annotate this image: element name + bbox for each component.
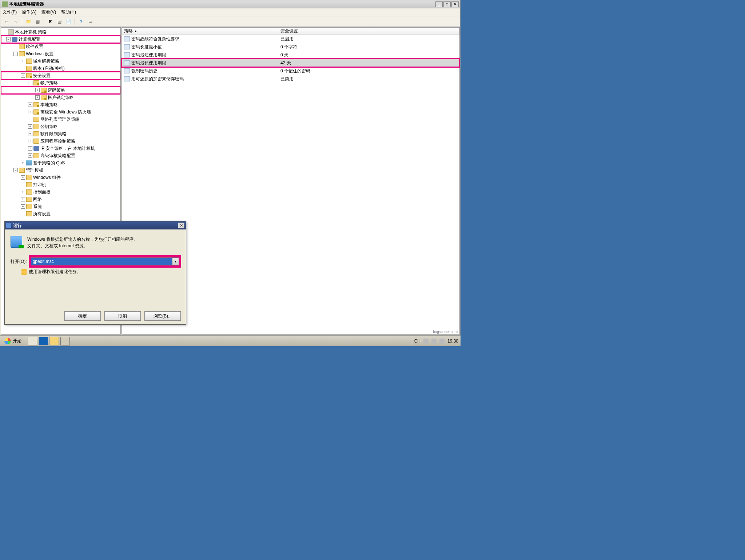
maximize-button[interactable]: □	[443, 1, 451, 7]
list-row[interactable]: 强制密码历史0 个记住的密码	[122, 67, 459, 75]
tree-ctrlpanel[interactable]: +控制面板	[1, 188, 120, 196]
expand-icon[interactable]: +	[28, 153, 32, 158]
sort-asc-icon: ▲	[134, 29, 137, 33]
forward-button[interactable]: ⇨	[12, 17, 20, 25]
tree-ipsec[interactable]: +IP 安全策略，在 本地计算机	[1, 145, 120, 152]
menu-help[interactable]: 帮助(H)	[61, 9, 76, 15]
tree-swrestrict[interactable]: +软件限制策略	[1, 130, 120, 137]
expand-icon[interactable]: +	[28, 103, 32, 107]
expand-icon[interactable]: +	[21, 190, 25, 194]
col-policy[interactable]: 策略▲	[122, 28, 278, 35]
tree-appctrl[interactable]: +应用程序控制策略	[1, 137, 120, 145]
expand-icon[interactable]: +	[21, 161, 25, 165]
lang-indicator[interactable]: CH	[414, 339, 421, 344]
tree-security-settings[interactable]: −安全设置	[1, 72, 120, 79]
properties-button[interactable]: ▤	[55, 17, 63, 25]
dropdown-button[interactable]: ▾	[172, 257, 179, 265]
filter-button[interactable]: ▭	[86, 17, 94, 25]
tray-keyboard-icon[interactable]	[423, 339, 429, 344]
expand-icon[interactable]: +	[28, 146, 32, 151]
run-close-button[interactable]: ✕	[178, 223, 184, 228]
expand-icon[interactable]: +	[28, 110, 32, 114]
list-row[interactable]: 密码最短使用期限0 天	[122, 51, 459, 59]
tree-software[interactable]: 软件设置	[1, 43, 120, 50]
policy-icon	[124, 68, 130, 73]
expand-icon[interactable]: +	[21, 59, 25, 63]
expand-icon[interactable]: +	[21, 175, 25, 180]
tree-printers[interactable]: 打印机	[1, 181, 120, 188]
folder-icon	[26, 204, 32, 209]
expand-icon[interactable]: +	[28, 124, 32, 129]
expand-icon[interactable]: +	[35, 95, 40, 100]
expand-icon[interactable]: +	[21, 197, 25, 201]
tree-pubkey[interactable]: +公钥策略	[1, 123, 120, 130]
folder-icon	[26, 189, 32, 195]
cancel-button[interactable]: 取消	[104, 311, 141, 321]
help-button[interactable]: ?	[77, 17, 85, 25]
tree-admin-templates[interactable]: −管理模板	[1, 167, 120, 174]
tree-netlist[interactable]: 网络列表管理器策略	[1, 116, 120, 123]
tree-windows-settings[interactable]: −Windows 设置	[1, 50, 120, 57]
tree-root[interactable]: 本地计算机 策略	[1, 28, 120, 36]
policy-icon	[124, 36, 130, 41]
folder-icon	[33, 80, 39, 85]
task-gpedit[interactable]	[60, 337, 70, 345]
list-row-selected[interactable]: 密码最长使用期限42 天	[122, 59, 459, 67]
menu-file[interactable]: 文件(F)	[3, 9, 17, 15]
collapse-icon[interactable]: −	[21, 73, 25, 78]
run-titlebar[interactable]: 运行 ✕	[5, 221, 186, 229]
task-powershell[interactable]	[39, 337, 48, 345]
delete-button[interactable]: ✖	[46, 17, 54, 25]
list-row[interactable]: 密码长度最小值0 个字符	[122, 43, 459, 51]
collapse-icon[interactable]: −	[13, 52, 18, 56]
list-row[interactable]: 用可还原的加密来储存密码已禁用	[122, 75, 459, 83]
toolbar: ⇦ ⇨ 📁 ▦ ✖ ▤ 📄 ? ▭	[0, 16, 460, 27]
menu-view[interactable]: 查看(V)	[41, 9, 56, 15]
col-security[interactable]: 安全设置	[278, 28, 459, 35]
minimize-button[interactable]: _	[435, 1, 443, 7]
tree-computer-config[interactable]: −计算机配置	[1, 36, 120, 43]
tree-system[interactable]: +系统	[1, 203, 120, 210]
menu-action[interactable]: 操作(A)	[22, 9, 36, 15]
ok-button[interactable]: 确定	[64, 311, 101, 321]
tree-all-settings[interactable]: 所有设置	[1, 210, 120, 217]
tree-qos[interactable]: +基于策略的 QoS	[1, 159, 120, 167]
collapse-icon[interactable]: −	[28, 81, 32, 85]
list-row[interactable]: 密码必须符合复杂性要求已启用	[122, 35, 459, 43]
collapse-icon[interactable]: −	[6, 37, 11, 41]
back-button[interactable]: ⇦	[3, 17, 11, 25]
tree-firewall[interactable]: +高级安全 Windows 防火墙	[1, 108, 120, 116]
expand-icon[interactable]: +	[21, 204, 25, 209]
collapse-icon[interactable]: −	[13, 168, 18, 172]
up-button[interactable]: 📁	[24, 17, 32, 25]
export-button[interactable]: 📄	[64, 17, 72, 25]
tray-volume-icon[interactable]	[439, 339, 445, 344]
open-input[interactable]	[31, 257, 172, 265]
browse-button[interactable]: 浏览(B)...	[144, 311, 181, 321]
clock[interactable]: 19:30	[447, 339, 458, 344]
run-description: Windows 将根据您所输入的名称，为您打开相应的程序、 文件夹、文档或 In…	[27, 236, 138, 249]
tree-local-policies[interactable]: +本地策略	[1, 101, 120, 108]
tray-network-icon[interactable]	[431, 339, 437, 344]
tree-password-policy[interactable]: +密码策略	[1, 87, 120, 94]
run-dialog: 运行 ✕ Windows 将根据您所输入的名称，为您打开相应的程序、 文件夹、文…	[4, 221, 186, 325]
tree-network[interactable]: +网络	[1, 196, 120, 203]
close-button[interactable]: ✕	[451, 1, 459, 7]
tree-account-policies[interactable]: −帐户策略	[1, 79, 120, 87]
folder-icon	[33, 117, 39, 122]
expand-icon[interactable]: +	[28, 139, 32, 143]
show-hide-tree-button[interactable]: ▦	[33, 17, 41, 25]
tree-audit[interactable]: +高级审核策略配置	[1, 152, 120, 159]
tree-win-comp[interactable]: +Windows 组件	[1, 174, 120, 181]
task-servermgr[interactable]	[28, 337, 37, 345]
root-icon	[8, 29, 14, 35]
expand-icon[interactable]: +	[35, 88, 40, 92]
task-explorer[interactable]	[49, 337, 59, 345]
tree-scripts[interactable]: 脚本 (启动/关机)	[1, 65, 120, 72]
expand-icon[interactable]: +	[28, 132, 32, 136]
titlebar[interactable]: 本地组策略编辑器 _ □ ✕	[0, 0, 460, 8]
start-button[interactable]: 开始	[0, 336, 26, 347]
run-body: Windows 将根据您所输入的名称，为您打开相应的程序、 文件夹、文档或 In…	[5, 229, 186, 308]
tree-dns[interactable]: +域名解析策略	[1, 57, 120, 65]
tree-lockout-policy[interactable]: +帐户锁定策略	[1, 94, 120, 101]
